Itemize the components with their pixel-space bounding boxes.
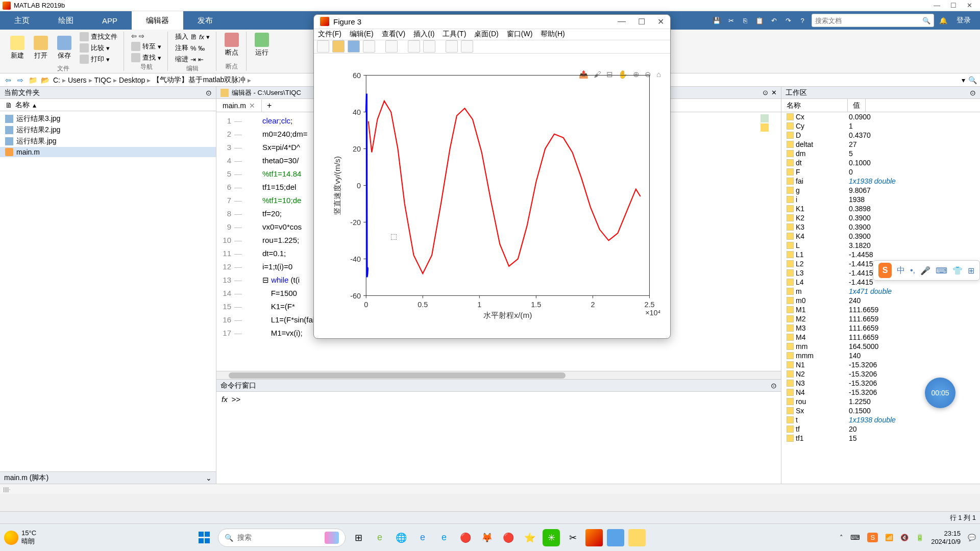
ribbon-tab-2[interactable]: APP <box>88 11 132 30</box>
search-icon[interactable]: 🔍 <box>922 17 930 24</box>
minimize-button[interactable]: — <box>934 2 940 9</box>
fig-colorbar-icon[interactable] <box>423 40 435 53</box>
doc-search[interactable]: 🔍 <box>812 14 934 27</box>
comment-button[interactable]: 注释 % ‰ <box>173 43 207 53</box>
goto-button[interactable]: 转至 ▾ <box>129 41 163 52</box>
workspace-var-row[interactable]: D0.4370 <box>781 131 980 140</box>
workspace-var-row[interactable]: N2-15.3206 <box>781 369 980 379</box>
workspace-var-row[interactable]: M2111.6659 <box>781 314 980 323</box>
doc-search-input[interactable] <box>815 17 922 24</box>
ribbon-tab-0[interactable]: 主页 <box>0 11 44 30</box>
copilot-icon[interactable] <box>325 532 339 544</box>
figure-axes[interactable]: -60-40-200204060 00.511.522.5 竖直速度vy/(m/… <box>314 54 670 338</box>
workspace-var-row[interactable]: M3111.6659 <box>781 323 980 333</box>
workspace-var-row[interactable]: L1-1.4458 <box>781 250 980 259</box>
fig-save-icon[interactable] <box>348 40 360 53</box>
editor-hscrollbar[interactable] <box>216 371 781 379</box>
file-row[interactable]: 运行结果.jpg <box>0 136 216 147</box>
fig-datacursor-icon[interactable] <box>408 40 420 53</box>
cmd-menu-icon[interactable]: ⊙ <box>771 382 777 390</box>
workspace-var-row[interactable]: M1111.6659 <box>781 305 980 314</box>
chrome2-icon[interactable]: 🔴 <box>500 529 517 546</box>
ie-icon[interactable]: e <box>435 529 453 546</box>
insert-button[interactable]: 插入 🖹 fx ▾ <box>173 32 212 42</box>
addr-search-icon[interactable]: 🔍 <box>968 76 977 84</box>
tab-add-button[interactable]: + <box>262 99 277 112</box>
redo-icon[interactable]: ↷ <box>783 15 793 26</box>
maximize-button[interactable]: ☐ <box>950 2 957 9</box>
tray-notification-icon[interactable]: 💬 <box>968 534 976 541</box>
cut-icon[interactable]: ✂ <box>726 15 736 26</box>
ime-sogou-icon[interactable]: S <box>878 263 892 278</box>
copy-icon[interactable]: ⎘ <box>740 15 750 26</box>
figure-menu-item[interactable]: 工具(T) <box>443 30 466 39</box>
fig-print-icon[interactable] <box>363 40 375 53</box>
edge-icon[interactable]: 🌐 <box>393 529 410 546</box>
save-icon[interactable]: 💾 <box>712 15 722 26</box>
compare-button[interactable]: 比较 ▾ <box>78 43 119 53</box>
file-row[interactable]: 运行结果3.jpg <box>0 113 216 124</box>
matlab-taskbar-icon[interactable] <box>585 529 603 546</box>
detail-dropdown-icon[interactable]: ⌄ <box>206 474 212 482</box>
workspace-var-row[interactable]: fai1x1938 double <box>781 177 980 186</box>
addr-dropdown-icon[interactable]: ▾ <box>962 76 965 84</box>
workspace-var-row[interactable]: N1-15.3206 <box>781 360 980 369</box>
indent-button[interactable]: 缩进 ⇥ ⇤ <box>173 54 206 64</box>
fig-open-icon[interactable] <box>332 40 345 53</box>
tray-expand-icon[interactable]: ˄ <box>840 534 843 541</box>
tray-language-icon[interactable]: ⌨ <box>850 534 860 541</box>
workspace-var-row[interactable]: K20.3900 <box>781 213 980 222</box>
workspace-var-row[interactable]: F0 <box>781 167 980 177</box>
find-files-button[interactable]: 查找文件 <box>78 32 119 42</box>
workspace-var-row[interactable]: deltat27 <box>781 140 980 149</box>
figure-menu-item[interactable]: 编辑(E) <box>350 30 374 39</box>
breadcrumb-item[interactable]: TIQC <box>94 76 111 84</box>
figure-menu-item[interactable]: 插入(I) <box>413 30 434 39</box>
figure-menu-item[interactable]: 帮助(H) <box>541 30 565 39</box>
help-icon[interactable]: ? <box>797 15 807 26</box>
ime-keyboard-icon[interactable]: ⌨ <box>936 266 947 276</box>
weather-widget[interactable]: 15°C 晴朗 <box>4 529 36 546</box>
run-button[interactable]: 运行 <box>252 32 272 58</box>
snip-icon[interactable]: ✂ <box>564 529 581 546</box>
workspace-var-row[interactable]: M4111.6659 <box>781 333 980 342</box>
firefox-icon[interactable]: 🦊 <box>478 529 496 546</box>
workspace-var-row[interactable]: tf20 <box>781 424 980 434</box>
breadcrumb-item[interactable]: Desktop <box>119 76 145 84</box>
panel-menu-icon[interactable]: ⊙ <box>206 89 212 97</box>
ime-lang-icon[interactable]: 中 <box>897 265 905 276</box>
tray-clock[interactable]: 23:152024/10/9 <box>931 530 961 546</box>
ws-col-value[interactable]: 值 <box>848 99 866 112</box>
tray-battery-icon[interactable]: 🔋 <box>916 534 924 541</box>
workspace-var-row[interactable]: Sx0.1500 <box>781 406 980 415</box>
save-button[interactable]: 保存 <box>54 35 75 61</box>
find-button[interactable]: 查找 ▾ <box>129 53 163 63</box>
command-window[interactable]: fx >> <box>216 392 781 484</box>
ribbon-tab-1[interactable]: 绘图 <box>44 11 88 30</box>
login-button[interactable]: 登录 <box>952 16 975 25</box>
workspace-var-row[interactable]: Cy1 <box>781 121 980 131</box>
editor-menu-icon[interactable]: ⊙ <box>763 89 768 96</box>
file-row[interactable]: 运行结果2.jpg <box>0 124 216 136</box>
ribbon-tab-4[interactable]: 发布 <box>183 11 227 30</box>
workspace-var-row[interactable]: mmm140 <box>781 351 980 360</box>
fig-minimize-button[interactable]: — <box>618 17 626 27</box>
workspace-var-row[interactable]: K30.3900 <box>781 222 980 232</box>
notification-icon[interactable]: 🔔 <box>938 15 948 26</box>
ime-skin-icon[interactable]: 👕 <box>952 266 963 276</box>
workspace-var-row[interactable]: m0240 <box>781 296 980 305</box>
fig-link-icon[interactable] <box>385 40 398 53</box>
figure-menu-item[interactable]: 文件(F) <box>318 30 341 39</box>
fig-maximize-button[interactable]: ☐ <box>638 17 645 27</box>
ribbon-tab-3[interactable]: 编辑器 <box>132 11 183 30</box>
ime-voice-icon[interactable]: 🎤 <box>920 266 930 276</box>
breadcrumb-item[interactable]: Users <box>68 76 87 84</box>
workspace-var-row[interactable]: L3.1820 <box>781 241 980 250</box>
workspace-var-row[interactable]: Cx0.0900 <box>781 112 980 121</box>
browser2-icon[interactable]: e <box>414 529 431 546</box>
figure-menu-item[interactable]: 窗口(W) <box>507 30 533 39</box>
start-button[interactable] <box>195 529 214 547</box>
breakpoints-button[interactable]: 断点 <box>222 32 242 58</box>
workspace-var-row[interactable]: t1x1938 double <box>781 415 980 424</box>
edge-legacy-icon[interactable]: e <box>371 529 388 546</box>
